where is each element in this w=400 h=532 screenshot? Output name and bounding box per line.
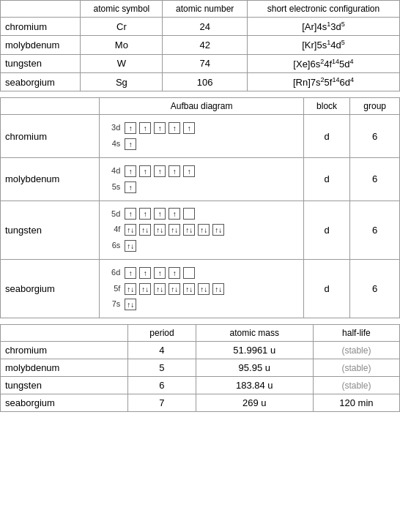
block-value: d: [303, 201, 349, 259]
element-name: molybdenum: [1, 36, 81, 54]
group-value: 6: [350, 115, 400, 158]
element-symbol: Sg: [81, 72, 163, 91]
table-row: seaborgium Sg 106 [Rn]7s25f146d4: [1, 72, 400, 91]
element-symbol: Cr: [81, 18, 163, 36]
electron-config: [Rn]7s25f146d4: [247, 72, 399, 91]
atomic-number: 106: [163, 72, 247, 91]
mass-value: 183.84 u: [196, 377, 313, 394]
element-name: tungsten: [1, 377, 128, 394]
col-number-header: atomic number: [163, 1, 247, 18]
col-halflife-header: half-life: [313, 325, 399, 342]
aufbau-diagram-molybdenum: 4d ↑↑↑↑↑ 5s ↑: [100, 157, 304, 201]
element-name: tungsten: [1, 54, 81, 72]
col-element-header2: [1, 98, 100, 115]
mass-value: 51.9961 u: [196, 342, 313, 359]
electron-config: [Ar]4s13d5: [247, 18, 399, 36]
col-group-header: group: [350, 98, 400, 115]
halflife-value: 120 min: [313, 394, 399, 412]
element-symbol: W: [81, 54, 163, 72]
element-name: molybdenum: [1, 359, 128, 377]
group-value: 6: [350, 259, 400, 318]
aufbau-diagram-tungsten: 5d ↑↑↑↑ 4f ↑↓↑↓↑↓↑↓↑↓↑↓↑↓ 6s ↑↓: [100, 201, 304, 259]
aufbau-diagram-chromium: 3d ↑↑↑↑↑ 4s ↑: [100, 115, 304, 158]
col-aufbau-header: Aufbau diagram: [100, 98, 304, 115]
col-period-header: period: [128, 325, 196, 342]
mass-value: 95.95 u: [196, 359, 313, 377]
col-element-header: [1, 1, 81, 18]
period-value: 4: [128, 342, 196, 359]
block-value: d: [303, 259, 349, 318]
table-row: chromium Cr 24 [Ar]4s13d5: [1, 18, 400, 36]
period-value: 7: [128, 394, 196, 412]
table-row: chromium 3d ↑↑↑↑↑ 4s ↑ d 6: [1, 115, 400, 158]
period-value: 5: [128, 359, 196, 377]
mass-value: 269 u: [196, 394, 313, 412]
table-row: molybdenum Mo 42 [Kr]5s14d5: [1, 36, 400, 54]
col-config-header: short electronic configuration: [247, 1, 399, 18]
halflife-value: (stable): [313, 377, 399, 394]
element-name: molybdenum: [1, 157, 100, 201]
group-value: 6: [350, 201, 400, 259]
period-value: 6: [128, 377, 196, 394]
table-row: molybdenum 4d ↑↑↑↑↑ 5s ↑ d 6: [1, 157, 400, 201]
element-name: tungsten: [1, 201, 100, 259]
atomic-number: 74: [163, 54, 247, 72]
element-name: seaborgium: [1, 72, 81, 91]
atomic-number: 24: [163, 18, 247, 36]
element-name: chromium: [1, 115, 100, 158]
aufbau-diagram-seaborgium: 6d ↑↑↑↑ 5f ↑↓↑↓↑↓↑↓↑↓↑↓↑↓ 7s ↑↓: [100, 259, 304, 318]
atomic-number: 42: [163, 36, 247, 54]
electron-config: [Xe]6s24f145d4: [247, 54, 399, 72]
element-name: chromium: [1, 342, 128, 359]
halflife-value: (stable): [313, 342, 399, 359]
block-value: d: [303, 157, 349, 201]
block-value: d: [303, 115, 349, 158]
element-name: seaborgium: [1, 259, 100, 318]
electron-config: [Kr]5s14d5: [247, 36, 399, 54]
col-mass-header: atomic mass: [196, 325, 313, 342]
table-row: tungsten 5d ↑↑↑↑ 4f ↑↓↑↓↑↓↑↓↑↓↑↓↑↓ 6s ↑↓…: [1, 201, 400, 259]
element-symbol: Mo: [81, 36, 163, 54]
table-row: tungsten W 74 [Xe]6s24f145d4: [1, 54, 400, 72]
table-row: tungsten 6 183.84 u (stable): [1, 377, 400, 394]
group-value: 6: [350, 157, 400, 201]
table-electronic-config: atomic symbol atomic number short electr…: [0, 0, 400, 91]
halflife-value: (stable): [313, 359, 399, 377]
table-row: seaborgium 6d ↑↑↑↑ 5f ↑↓↑↓↑↓↑↓↑↓↑↓↑↓ 7s …: [1, 259, 400, 318]
table-aufbau: Aufbau diagram block group chromium 3d ↑…: [0, 97, 400, 318]
table-row: molybdenum 5 95.95 u (stable): [1, 359, 400, 377]
table-physical: period atomic mass half-life chromium 4 …: [0, 324, 400, 412]
table-row: seaborgium 7 269 u 120 min: [1, 394, 400, 412]
col-block-header: block: [303, 98, 349, 115]
element-name: chromium: [1, 18, 81, 36]
element-name: seaborgium: [1, 394, 128, 412]
col-element-header3: [1, 325, 128, 342]
col-symbol-header: atomic symbol: [81, 1, 163, 18]
table-row: chromium 4 51.9961 u (stable): [1, 342, 400, 359]
